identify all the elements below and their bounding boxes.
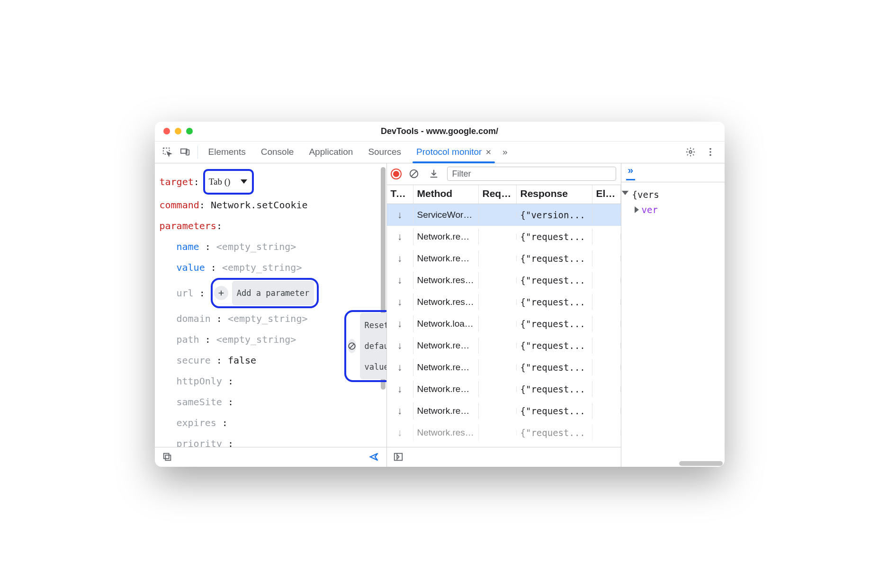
add-parameter-chip[interactable]: Add a parameter xyxy=(211,278,319,308)
table-row[interactable]: ↓Network.reque...{"request... xyxy=(387,248,621,269)
arrow-down-icon: ↓ xyxy=(387,381,413,398)
target-key: target xyxy=(160,171,194,192)
command-value[interactable]: Network.setCookie xyxy=(211,195,308,215)
table-row[interactable]: ↓Network.respo...{"request... xyxy=(387,422,621,444)
copy-icon[interactable] xyxy=(161,450,174,463)
arrow-down-icon: ↓ xyxy=(387,315,413,332)
arrow-down-icon: ↓ xyxy=(387,294,413,311)
col-method[interactable]: Method xyxy=(413,185,479,204)
column-headers: Type Method Requ... Response El... xyxy=(387,185,621,204)
window-title: DevTools - www.google.com/ xyxy=(155,126,725,136)
plus-icon xyxy=(214,286,228,300)
detail-pane: » {vers ver xyxy=(621,163,725,467)
svg-point-6 xyxy=(709,154,711,156)
table-row[interactable]: ↓Network.respo...{"request... xyxy=(387,269,621,291)
target-select[interactable]: Tab () xyxy=(203,169,254,195)
table-row[interactable]: ↓Network.reque...{"request... xyxy=(387,335,621,356)
send-command-icon[interactable] xyxy=(368,450,381,463)
table-row[interactable]: ↓Network.reque...{"request... xyxy=(387,226,621,248)
filter-input[interactable]: Filter xyxy=(447,167,616,181)
svg-point-5 xyxy=(709,151,711,153)
param-url[interactable]: url xyxy=(177,283,194,303)
response-tree[interactable]: {vers ver xyxy=(621,182,725,217)
list-toolbar: Filter xyxy=(387,163,621,185)
clear-icon xyxy=(348,339,356,353)
table-row[interactable]: ↓Network.reque...{"request... xyxy=(387,400,621,422)
svg-rect-9 xyxy=(163,454,169,459)
param-samesite[interactable]: sameSite xyxy=(177,392,222,412)
col-elapsed[interactable]: El... xyxy=(592,185,621,204)
reset-to-default-chip[interactable]: Reset to default value xyxy=(344,310,386,382)
titlebar: DevTools - www.google.com/ xyxy=(155,122,725,142)
arrow-down-icon: ↓ xyxy=(387,424,413,441)
settings-icon[interactable] xyxy=(684,145,697,159)
close-tab-icon[interactable]: × xyxy=(485,147,491,157)
arrow-down-icon: ↓ xyxy=(387,228,413,245)
record-button[interactable] xyxy=(392,169,401,178)
svg-point-3 xyxy=(689,151,692,153)
save-log-icon[interactable] xyxy=(427,167,440,180)
devtools-window: DevTools - www.google.com/ Elements Cons… xyxy=(155,122,725,467)
tab-protocol-monitor[interactable]: Protocol monitor × xyxy=(409,141,499,163)
table-row[interactable]: ↓Network.reque...{"request... xyxy=(387,378,621,400)
kebab-menu-icon[interactable] xyxy=(704,145,717,159)
main-tabstrip: Elements Console Application Sources Pro… xyxy=(155,142,725,163)
param-name[interactable]: name xyxy=(177,236,199,257)
arrow-down-icon: ↓ xyxy=(387,272,413,289)
svg-point-4 xyxy=(709,148,711,150)
message-list-pane: Filter Type Method Requ... Response El..… xyxy=(387,163,621,467)
param-priority[interactable]: priority xyxy=(177,433,222,447)
expand-icon[interactable] xyxy=(622,191,628,195)
svg-rect-11 xyxy=(394,454,402,461)
svg-rect-8 xyxy=(165,455,170,460)
param-value[interactable]: value xyxy=(177,257,205,278)
detail-horizontal-scroll[interactable] xyxy=(621,460,725,467)
command-key: command xyxy=(160,195,199,215)
param-domain[interactable]: domain xyxy=(177,308,211,329)
table-row[interactable]: ↓Network.reque...{"request... xyxy=(387,356,621,378)
param-secure[interactable]: secure xyxy=(177,350,211,371)
list-footer xyxy=(387,447,621,467)
col-response[interactable]: Response xyxy=(517,185,592,204)
toggle-sidebar-icon[interactable] xyxy=(392,450,405,463)
table-row[interactable]: ↓ServiceWorker....{"version... xyxy=(387,204,621,226)
tab-application[interactable]: Application xyxy=(301,141,360,163)
detail-tabs-overflow[interactable]: » xyxy=(626,164,636,180)
param-httponly[interactable]: httpOnly xyxy=(177,371,222,392)
arrow-down-icon: ↓ xyxy=(387,206,413,223)
tabs-container: Elements Console Application Sources Pro… xyxy=(201,141,511,163)
arrow-down-icon: ↓ xyxy=(387,337,413,354)
tabs-overflow-button[interactable]: » xyxy=(499,141,511,163)
tab-elements[interactable]: Elements xyxy=(201,141,253,163)
table-row[interactable]: ↓Network.loadin...{"request... xyxy=(387,313,621,335)
arrow-down-icon: ↓ xyxy=(387,359,413,376)
inspect-element-icon[interactable] xyxy=(161,145,174,159)
arrow-down-icon: ↓ xyxy=(387,250,413,267)
param-expires[interactable]: expires xyxy=(177,412,216,433)
col-request[interactable]: Requ... xyxy=(479,185,517,204)
caret-down-icon xyxy=(241,179,247,184)
col-type[interactable]: Type xyxy=(387,185,413,204)
editor-footer xyxy=(155,447,386,467)
arrow-down-icon: ↓ xyxy=(387,402,413,419)
tab-sources[interactable]: Sources xyxy=(360,141,409,163)
device-toolbar-icon[interactable] xyxy=(179,145,192,159)
parameters-key: parameters xyxy=(160,215,216,236)
message-list: ↓ServiceWorker....{"version... ↓Network.… xyxy=(387,204,621,447)
expand-icon[interactable] xyxy=(635,206,639,213)
tab-console[interactable]: Console xyxy=(253,141,302,163)
clear-log-icon[interactable] xyxy=(407,167,421,180)
detail-tabs: » xyxy=(621,163,725,182)
command-editor: target: Tab () command: Network.setCooki… xyxy=(155,163,386,447)
param-path[interactable]: path xyxy=(177,329,199,350)
table-row[interactable]: ↓Network.respo...{"request... xyxy=(387,291,621,313)
command-editor-pane: target: Tab () command: Network.setCooki… xyxy=(155,163,387,467)
